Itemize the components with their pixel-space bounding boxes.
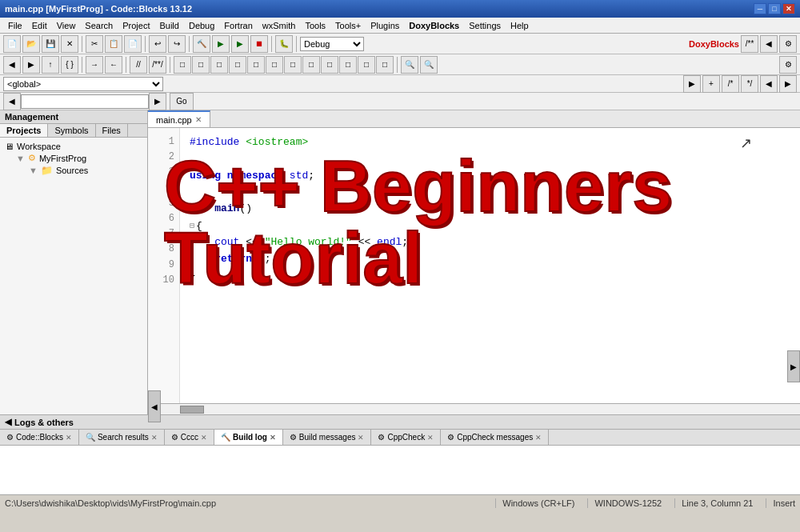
- menu-tools[interactable]: Tools: [300, 19, 330, 32]
- menu-view[interactable]: View: [52, 19, 81, 32]
- code-content[interactable]: #include <iostream> using namespace std;…: [180, 128, 800, 403]
- copy-button[interactable]: 📋: [105, 35, 122, 53]
- collapse-right-button[interactable]: ▶: [787, 350, 800, 382]
- stop-button[interactable]: ⏹: [250, 35, 268, 53]
- minimize-button[interactable]: ─: [754, 3, 766, 14]
- nav-back-button[interactable]: ◀: [3, 56, 21, 74]
- undo-button[interactable]: ↩: [149, 35, 166, 53]
- code-editor[interactable]: 1 2 3 4 5 6 7 8 9 10 #include <iostream>…: [148, 128, 800, 403]
- tab-projects[interactable]: Projects: [0, 124, 48, 137]
- jump-button[interactable]: ↑: [42, 56, 59, 74]
- logs-tab-cccc[interactable]: ⚙ Cccc ✕: [165, 430, 214, 445]
- extra-btn-right[interactable]: ▶: [779, 75, 797, 93]
- open-button[interactable]: 📂: [22, 35, 40, 53]
- menu-fortran[interactable]: Fortran: [219, 19, 257, 32]
- cppcheck-tab-close[interactable]: ✕: [427, 434, 434, 442]
- save-button[interactable]: 💾: [42, 35, 59, 53]
- menu-search[interactable]: Search: [80, 19, 118, 32]
- logs-tab-codeblocks[interactable]: ⚙ Code::Blocks ✕: [0, 430, 79, 445]
- cppcheck-msg-tab-close[interactable]: ✕: [535, 434, 542, 442]
- search-input[interactable]: [21, 94, 149, 109]
- close-file-button[interactable]: ✕: [61, 35, 78, 53]
- menu-wxsmith[interactable]: wxSmith: [258, 19, 301, 32]
- fold-indicator[interactable]: ⊟: [190, 220, 194, 233]
- build-button[interactable]: 🔨: [193, 35, 210, 53]
- indent-button[interactable]: →: [86, 56, 103, 74]
- search-next-btn[interactable]: ▶: [149, 93, 166, 110]
- debug-config-select[interactable]: Debug: [300, 37, 364, 51]
- tool-btn-6[interactable]: □: [266, 56, 283, 74]
- nav-forward-button[interactable]: ▶: [22, 56, 40, 74]
- tool-btn-7[interactable]: □: [284, 56, 302, 74]
- run-script-btn[interactable]: ▶: [683, 75, 701, 93]
- tree-workspace[interactable]: 🖥 Workspace: [3, 141, 144, 152]
- doxyblocks-btn3[interactable]: ⚙: [779, 35, 797, 53]
- menu-plugins[interactable]: Plugins: [366, 19, 404, 32]
- zoom-out-button[interactable]: 🔍: [420, 56, 438, 74]
- uncomment-btn[interactable]: */: [741, 75, 758, 93]
- tree-sources[interactable]: ▼ 📁 Sources: [3, 164, 144, 177]
- logs-tab-buildlog[interactable]: 🔨 Build log ✕: [214, 430, 283, 445]
- tab-files[interactable]: Files: [96, 124, 128, 137]
- horizontal-scrollbar[interactable]: [148, 403, 800, 414]
- new-file-button[interactable]: 📄: [3, 35, 21, 53]
- tool-btn-1[interactable]: □: [174, 56, 191, 74]
- menu-edit[interactable]: Edit: [27, 19, 52, 32]
- zoom-in-button[interactable]: 🔍: [401, 56, 418, 74]
- run-button[interactable]: ▶: [212, 35, 230, 53]
- global-scope-select[interactable]: <global>: [3, 77, 163, 91]
- buildmsg-tab-close[interactable]: ✕: [358, 434, 364, 442]
- menu-settings[interactable]: Settings: [464, 19, 506, 32]
- menu-build[interactable]: Build: [154, 19, 183, 32]
- menu-project[interactable]: Project: [118, 19, 154, 32]
- codeblocks-tab-close[interactable]: ✕: [66, 434, 72, 442]
- tool-btn-2[interactable]: □: [192, 56, 210, 74]
- doxyblocks-btn1[interactable]: /**: [741, 35, 758, 53]
- tab-close-icon[interactable]: ✕: [195, 115, 202, 124]
- buildlog-tab-close[interactable]: ✕: [270, 434, 276, 442]
- tool-btn-12[interactable]: □: [376, 56, 394, 74]
- paste-button[interactable]: 📄: [124, 35, 142, 53]
- menu-tools-plus[interactable]: Tools+: [330, 19, 366, 32]
- menu-debug[interactable]: Debug: [184, 19, 219, 32]
- logs-tab-cppcheck-msg[interactable]: ⚙ CppCheck messages ✕: [441, 430, 549, 445]
- block-comment-button[interactable]: /**/: [149, 56, 166, 74]
- tab-symbols[interactable]: Symbols: [48, 124, 95, 137]
- redo-button[interactable]: ↪: [168, 35, 186, 53]
- menu-help[interactable]: Help: [506, 19, 534, 32]
- toggle-comment-button[interactable]: //: [130, 56, 147, 74]
- cut-button[interactable]: ✂: [86, 35, 103, 53]
- tool-btn-9[interactable]: □: [321, 56, 338, 74]
- logs-collapse-btn[interactable]: ◀: [5, 417, 11, 427]
- tool-btn-3[interactable]: □: [210, 56, 228, 74]
- editor-tab-main-cpp[interactable]: main.cpp ✕: [148, 110, 210, 127]
- tool-btn-8[interactable]: □: [302, 56, 320, 74]
- tree-project[interactable]: ▼ ⚙ MyFirstProg: [3, 152, 144, 164]
- tool-btn-4[interactable]: □: [229, 56, 246, 74]
- tool-btn-10[interactable]: □: [339, 56, 357, 74]
- search-tab-close[interactable]: ✕: [151, 434, 158, 442]
- logs-tab-buildmsg[interactable]: ⚙ Build messages ✕: [283, 430, 372, 445]
- comment-btn[interactable]: /*: [722, 75, 739, 93]
- unindent-button[interactable]: ←: [105, 56, 122, 74]
- settings-btn[interactable]: ⚙: [779, 56, 797, 74]
- add-btn[interactable]: +: [702, 75, 720, 93]
- logs-tab-cppcheck[interactable]: ⚙ CppCheck ✕: [371, 430, 441, 445]
- menu-doxyblocks[interactable]: DoxyBlocks: [404, 19, 464, 32]
- collapse-left-button[interactable]: ◀: [148, 390, 161, 422]
- logs-tab-search[interactable]: 🔍 Search results ✕: [79, 430, 165, 445]
- build-run-button[interactable]: ▶: [231, 35, 249, 53]
- cccc-tab-close[interactable]: ✕: [201, 434, 207, 442]
- search-go-btn[interactable]: Go: [170, 93, 194, 110]
- extra-btn-left[interactable]: ◀: [760, 75, 778, 93]
- doxyblocks-btn2[interactable]: ◀: [760, 35, 778, 53]
- tool-btn-5[interactable]: □: [247, 56, 265, 74]
- search-prev-btn[interactable]: ◀: [3, 93, 21, 110]
- scroll-thumb[interactable]: [180, 406, 204, 414]
- maximize-button[interactable]: □: [768, 3, 781, 14]
- close-button[interactable]: ✕: [782, 3, 795, 14]
- match-brace-button[interactable]: { }: [61, 56, 78, 74]
- logs-content[interactable]: [0, 446, 800, 494]
- menu-file[interactable]: File: [3, 19, 27, 32]
- tool-btn-11[interactable]: □: [358, 56, 375, 74]
